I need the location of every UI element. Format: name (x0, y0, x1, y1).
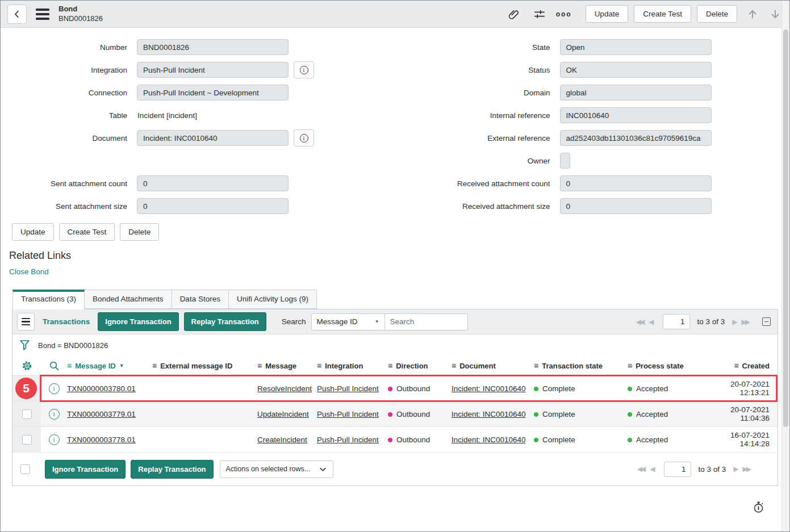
last-page-icon[interactable]: ▶▶ (743, 466, 750, 472)
number-field[interactable]: BND0001826 (137, 39, 289, 55)
transaction-state-cell: Complete (534, 410, 628, 418)
context-menu-icon[interactable] (36, 9, 49, 20)
previous-page-icon[interactable]: ◀ (650, 466, 655, 472)
message-id-link[interactable]: TXN0000003779.01 (67, 410, 136, 418)
document-link[interactable]: Incident: INC0010640 (452, 384, 526, 393)
column-header-external-message-id[interactable]: ≡ External message ID (152, 361, 257, 370)
process-state-cell: Accepted (628, 384, 704, 393)
delete-button[interactable]: Delete (697, 5, 737, 23)
message-link[interactable]: ResolveIncident (257, 384, 312, 393)
list-title-link[interactable]: Transactions (43, 317, 90, 326)
filter-breadcrumb[interactable]: Bond = BND0001826 (38, 341, 108, 350)
ignore-transaction-button-bottom[interactable]: Ignore Transaction (45, 460, 126, 479)
tab-bonded-attachments[interactable]: Bonded Attachments (85, 290, 172, 309)
document-preview-button[interactable]: i (294, 129, 314, 146)
previous-record-icon[interactable] (746, 8, 759, 20)
document-field[interactable]: Incident: INC0010640 (137, 130, 289, 146)
document-link[interactable]: Incident: INC0010640 (452, 435, 526, 444)
state-field[interactable]: Open (560, 39, 712, 55)
column-header-direction[interactable]: ≡ Direction (388, 361, 452, 370)
received-attachment-count-field[interactable]: 0 (560, 175, 712, 191)
grid-header: ≡ Message ID ▼ ≡ External message ID ≡ M… (12, 356, 778, 376)
next-page-icon[interactable]: ▶ (732, 319, 737, 325)
status-field[interactable]: OK (560, 62, 712, 78)
previous-page-icon[interactable]: ◀ (649, 319, 654, 325)
state-label: State (395, 43, 560, 52)
message-link[interactable]: CreateIncident (257, 435, 307, 444)
first-page-icon[interactable]: ◀◀ (637, 466, 644, 472)
outbound-dot-icon (388, 387, 392, 391)
row-checkbox[interactable] (22, 409, 32, 419)
row-info-icon[interactable]: i (49, 383, 60, 394)
actions-on-selected-rows-select[interactable]: Actions on selected rows... (220, 460, 333, 478)
row-info-icon[interactable]: i (49, 434, 60, 445)
more-options-icon[interactable]: ooo (556, 10, 572, 18)
ignore-transaction-button[interactable]: Ignore Transaction (98, 312, 178, 331)
column-header-process-state[interactable]: ≡ Process state (628, 361, 704, 370)
message-id-link[interactable]: TXN0000003780.01 (67, 384, 136, 393)
create-test-button-bottom[interactable]: Create Test (59, 223, 115, 241)
chevron-down-icon (319, 465, 327, 474)
column-header-transaction-state[interactable]: ≡ Transaction state (534, 361, 628, 370)
personalize-form-icon[interactable] (533, 8, 546, 20)
scrollbar-thumb[interactable] (783, 30, 788, 427)
create-test-button[interactable]: Create Test (634, 5, 691, 23)
stopwatch-icon[interactable] (753, 501, 764, 514)
update-button[interactable]: Update (586, 5, 629, 23)
back-button[interactable] (7, 5, 27, 24)
domain-label: Domain (395, 89, 560, 97)
page-number-input[interactable] (663, 314, 690, 329)
delete-button-bottom[interactable]: Delete (120, 223, 159, 241)
document-link[interactable]: Incident: INC0010640 (452, 410, 526, 418)
message-id-link[interactable]: TXN0000003778.01 (67, 435, 136, 444)
connection-field[interactable]: Push-Pull Incident ~ Development (137, 85, 289, 100)
replay-transaction-button-bottom[interactable]: Replay Transaction (131, 460, 213, 479)
close-bond-link[interactable]: Close Bond (9, 267, 49, 276)
external-reference-field[interactable]: ad252403db11301036c81c97059619ca (560, 130, 712, 146)
table-row[interactable]: i TXN0000003779.01 UpdateIncident Push-P… (12, 401, 778, 427)
integration-link[interactable]: Push-Pull Incident (317, 410, 379, 418)
update-button-bottom[interactable]: Update (12, 223, 54, 241)
internal-reference-field[interactable]: INC0010640 (560, 107, 712, 123)
integration-link[interactable]: Push-Pull Incident (317, 435, 379, 444)
select-all-checkbox[interactable] (20, 464, 30, 474)
personalize-list-gear[interactable] (12, 356, 41, 375)
table-row[interactable]: 5 i TXN0000003780.01 ResolveIncident Pus… (12, 376, 778, 401)
column-header-message[interactable]: ≡ Message (257, 361, 317, 370)
vertical-scrollbar[interactable] (781, 1, 789, 532)
column-header-document[interactable]: ≡ Document (452, 361, 534, 370)
integration-field[interactable]: Push-Pull Incident (137, 62, 289, 78)
next-page-icon[interactable]: ▶ (733, 466, 738, 472)
funnel-icon[interactable] (19, 340, 30, 351)
search-field-select[interactable]: Message ID ▼ (311, 313, 385, 330)
column-header-created[interactable]: ≡ Created (704, 361, 778, 370)
list-menu-icon[interactable] (17, 313, 35, 330)
row-checkbox[interactable] (22, 435, 32, 445)
last-page-icon[interactable]: ▶▶ (742, 319, 749, 325)
list-search-icon[interactable] (41, 361, 67, 371)
next-record-icon[interactable] (769, 8, 781, 20)
table-row[interactable]: i TXN0000003778.01 CreateIncident Push-P… (12, 427, 778, 453)
integration-preview-button[interactable]: i (294, 61, 314, 78)
tab-data-stores[interactable]: Data Stores (172, 290, 229, 309)
tab-transactions[interactable]: Transactions (3) (12, 290, 85, 309)
domain-field[interactable]: global (560, 85, 712, 100)
chevron-down-icon: ▼ (375, 319, 379, 324)
row-info-icon[interactable]: i (49, 409, 60, 420)
search-input[interactable] (385, 313, 468, 330)
sent-attachment-size-field[interactable]: 0 (137, 198, 289, 214)
column-menu-icon: ≡ (628, 361, 632, 370)
column-header-message-id[interactable]: ≡ Message ID ▼ (67, 361, 152, 370)
received-attachment-size-field[interactable]: 0 (560, 198, 712, 214)
paperclip-icon[interactable] (507, 8, 520, 20)
first-page-icon[interactable]: ◀◀ (636, 319, 643, 325)
column-header-integration[interactable]: ≡ Integration (317, 361, 388, 370)
owner-field[interactable] (560, 153, 570, 169)
message-link[interactable]: UpdateIncident (257, 410, 309, 418)
collapse-list-icon[interactable] (762, 317, 771, 326)
replay-transaction-button[interactable]: Replay Transaction (184, 312, 266, 331)
sent-attachment-count-field[interactable]: 0 (137, 175, 289, 191)
integration-link[interactable]: Push-Pull Incident (317, 384, 379, 393)
tab-unifi-activity-logs[interactable]: Unifi Activity Logs (9) (229, 290, 317, 309)
page-number-input[interactable] (664, 462, 691, 477)
